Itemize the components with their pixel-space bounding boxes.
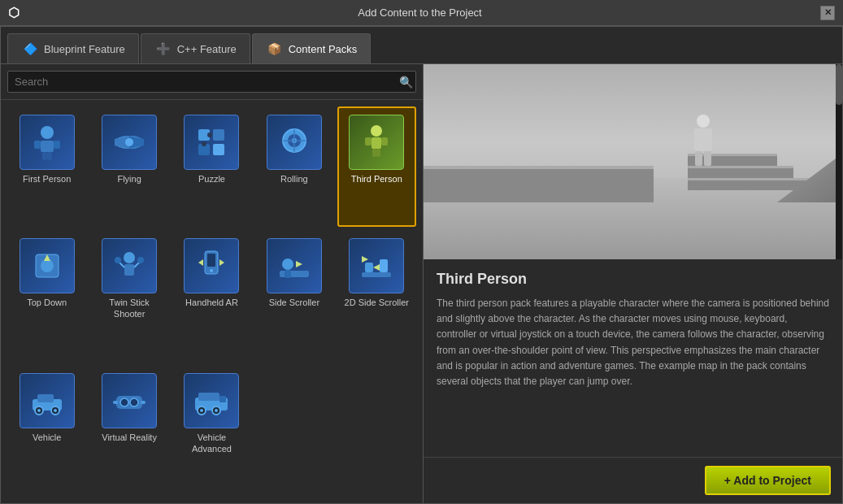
svg-point-28 bbox=[41, 259, 54, 272]
svg-rect-4 bbox=[42, 152, 47, 160]
vehicle-advanced-label: Vehicle Advanced bbox=[177, 432, 246, 455]
svg-rect-23 bbox=[365, 137, 372, 146]
svg-point-38 bbox=[210, 269, 213, 272]
tab-cpp-label: C++ Feature bbox=[177, 43, 237, 55]
side-scroller-label: Side Scroller bbox=[269, 297, 319, 308]
svg-point-9 bbox=[125, 138, 133, 146]
search-wrapper: 🔍 bbox=[7, 71, 416, 93]
svg-point-34 bbox=[115, 257, 121, 263]
left-panel: 🔍 bbox=[1, 64, 424, 503]
svg-rect-51 bbox=[37, 394, 54, 402]
svg-point-57 bbox=[120, 398, 128, 406]
third-person-label: Third Person bbox=[351, 173, 402, 185]
top-down-label: Top Down bbox=[27, 297, 67, 308]
svg-marker-39 bbox=[198, 259, 203, 266]
svg-rect-62 bbox=[198, 393, 219, 401]
svg-rect-2 bbox=[34, 141, 41, 149]
svg-rect-63 bbox=[219, 396, 226, 402]
main-window: 🔷 Blueprint Feature ➕ C++ Feature 📦 Cont… bbox=[0, 26, 843, 504]
svg-rect-31 bbox=[124, 264, 134, 276]
svg-rect-47 bbox=[380, 259, 388, 272]
virtual-reality-icon bbox=[102, 373, 157, 428]
svg-point-0 bbox=[41, 126, 54, 139]
content-area: 🔍 bbox=[1, 64, 842, 503]
tab-content-packs[interactable]: 📦 Content Packs bbox=[252, 33, 372, 63]
svg-point-54 bbox=[37, 409, 41, 412]
side-scroller-icon bbox=[267, 238, 322, 293]
preview-character bbox=[694, 115, 712, 166]
scrollbar-thumb[interactable] bbox=[836, 64, 842, 105]
cpp-icon: ➕ bbox=[154, 40, 172, 58]
svg-point-35 bbox=[137, 257, 144, 263]
svg-rect-26 bbox=[376, 149, 380, 157]
svg-rect-11 bbox=[213, 129, 224, 141]
svg-point-58 bbox=[130, 398, 138, 406]
first-person-label: First Person bbox=[23, 173, 71, 185]
svg-rect-60 bbox=[141, 401, 146, 404]
grid-item-rolling[interactable]: Rolling bbox=[254, 106, 333, 227]
svg-point-42 bbox=[282, 259, 293, 270]
puzzle-label: Puzzle bbox=[198, 173, 225, 185]
detail-title: Third Person bbox=[437, 271, 829, 288]
bottom-bar: + Add to Project bbox=[424, 457, 842, 503]
title-bar: ⬡ Add Content to the Project ✕ bbox=[0, 0, 843, 26]
preview-image bbox=[424, 64, 842, 259]
search-icon[interactable]: 🔍 bbox=[399, 76, 413, 89]
svg-rect-24 bbox=[381, 137, 388, 146]
svg-point-66 bbox=[200, 409, 203, 412]
rolling-label: Rolling bbox=[280, 173, 308, 185]
grid-item-vehicle[interactable]: Vehicle bbox=[7, 365, 86, 497]
grid-item-twin-stick[interactable]: Twin Stick Shooter bbox=[89, 230, 168, 362]
grid-item-top-down[interactable]: Top Down bbox=[7, 230, 86, 362]
grid-item-vehicle-advanced[interactable]: Vehicle Advanced bbox=[172, 365, 251, 497]
grid-item-2d-side-scroller[interactable]: 2D Side Scroller bbox=[337, 230, 416, 362]
grid-item-flying[interactable]: Flying bbox=[89, 106, 168, 227]
detail-description: The third person pack features a playabl… bbox=[437, 296, 829, 389]
svg-rect-59 bbox=[113, 401, 118, 404]
grid-item-third-person[interactable]: Third Person bbox=[337, 106, 416, 227]
search-bar: 🔍 bbox=[1, 64, 423, 100]
grid-item-handheld-ar[interactable]: Handheld AR bbox=[172, 230, 251, 362]
tab-blueprint[interactable]: 🔷 Blueprint Feature bbox=[7, 33, 139, 63]
svg-point-21 bbox=[371, 125, 382, 137]
svg-rect-22 bbox=[372, 137, 381, 149]
svg-rect-46 bbox=[365, 263, 373, 272]
svg-rect-13 bbox=[213, 144, 224, 155]
grid-item-puzzle[interactable]: Puzzle bbox=[172, 106, 251, 227]
svg-rect-5 bbox=[47, 152, 52, 160]
tab-bar: 🔷 Blueprint Feature ➕ C++ Feature 📦 Cont… bbox=[1, 27, 842, 64]
grid-item-virtual-reality[interactable]: Virtual Reality bbox=[89, 365, 168, 497]
add-to-project-button[interactable]: + Add to Project bbox=[705, 466, 831, 495]
tab-cpp[interactable]: ➕ C++ Feature bbox=[141, 33, 250, 63]
2d-side-scroller-label: 2D Side Scroller bbox=[345, 297, 409, 308]
first-person-icon bbox=[20, 115, 75, 170]
vehicle-advanced-icon bbox=[184, 373, 239, 428]
items-grid: First Person Flying bbox=[1, 100, 423, 503]
tab-blueprint-label: Blueprint Feature bbox=[44, 43, 125, 55]
grid-item-first-person[interactable]: First Person bbox=[7, 106, 86, 227]
search-input[interactable] bbox=[7, 71, 416, 93]
svg-rect-3 bbox=[54, 141, 60, 149]
svg-rect-37 bbox=[207, 254, 215, 267]
app-logo: ⬡ bbox=[8, 5, 20, 20]
puzzle-icon bbox=[184, 115, 239, 170]
tab-content-packs-label: Content Packs bbox=[289, 43, 358, 55]
preview-scene bbox=[424, 64, 842, 259]
content-packs-icon: 📦 bbox=[266, 40, 284, 58]
svg-point-14 bbox=[207, 133, 212, 137]
flying-icon bbox=[102, 115, 157, 170]
svg-point-15 bbox=[202, 141, 206, 146]
close-button[interactable]: ✕ bbox=[820, 6, 835, 20]
flying-label: Flying bbox=[117, 173, 141, 185]
handheld-ar-label: Handheld AR bbox=[185, 297, 238, 308]
svg-point-55 bbox=[54, 409, 57, 412]
twin-stick-icon bbox=[102, 238, 157, 293]
handheld-ar-icon bbox=[184, 238, 239, 293]
window-title: Add Content to the Project bbox=[20, 7, 820, 19]
grid-item-side-scroller[interactable]: Side Scroller bbox=[254, 230, 333, 362]
2d-side-scroller-icon bbox=[349, 238, 404, 293]
svg-point-67 bbox=[215, 409, 218, 412]
svg-rect-1 bbox=[41, 141, 54, 152]
svg-point-30 bbox=[124, 252, 135, 263]
svg-rect-45 bbox=[362, 272, 391, 277]
